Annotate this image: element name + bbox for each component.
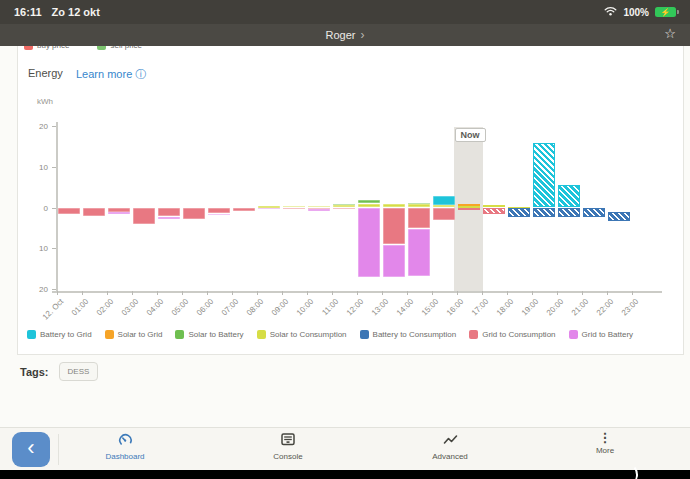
bar-segment-grid_to_consumption[interactable]: [458, 208, 480, 210]
bar-segment-solar_to_consumption[interactable]: [408, 204, 430, 206]
bar-segment-grid_to_battery[interactable]: [258, 208, 280, 210]
bar-segment-battery_to_grid[interactable]: [533, 143, 555, 207]
y-axis-tick: [52, 208, 56, 209]
x-axis-tick: [457, 291, 458, 295]
bar-segment-grid_to_consumption[interactable]: [83, 208, 105, 217]
bar-segment-grid_to_consumption[interactable]: [433, 208, 455, 221]
bar-segment-battery_to_consumption[interactable]: [583, 208, 605, 218]
app-screen: 16:11 Zo 12 okt 100% ⚡ Roger › ☆: [0, 0, 690, 479]
y-axis-tick-label: 0: [26, 204, 48, 213]
tab-more[interactable]: ⋮ More: [560, 432, 650, 455]
battery-percent: 100%: [623, 7, 649, 18]
x-axis-tick: [257, 291, 258, 295]
y-axis-tick-label: 10: [26, 244, 48, 253]
bar-segment-solar_to_battery[interactable]: [358, 200, 380, 203]
legend-item-solar_to_battery[interactable]: Solar to Battery: [175, 330, 243, 339]
tab-console[interactable]: Console: [243, 432, 333, 461]
tag-chip-dess[interactable]: DESS: [59, 362, 99, 381]
back-button[interactable]: ‹: [12, 432, 50, 467]
bar-segment-grid_to_consumption[interactable]: [158, 208, 180, 217]
bar-segment-grid_to_consumption[interactable]: [108, 208, 130, 212]
x-axis-tick: [407, 291, 408, 295]
y-axis-tick-label: 20: [26, 285, 48, 294]
status-bar: 16:11 Zo 12 okt 100% ⚡: [0, 0, 690, 24]
bar-segment-battery_to_consumption[interactable]: [533, 208, 555, 218]
bar-segment-grid_to_battery[interactable]: [383, 245, 405, 277]
x-axis-tick: [157, 291, 158, 295]
bar-segment-grid_to_consumption[interactable]: [283, 208, 305, 209]
bar-segment-grid_to_battery[interactable]: [208, 214, 230, 215]
legend-item-solar_to_grid[interactable]: Solar to Grid: [105, 330, 163, 339]
legend-item-battery_to_grid[interactable]: Battery to Grid: [27, 330, 92, 339]
favorite-star-icon[interactable]: ☆: [664, 26, 676, 41]
bar-segment-solar_to_battery[interactable]: [408, 203, 430, 204]
status-date: Zo 12 okt: [52, 6, 100, 18]
installation-name: Roger: [326, 29, 356, 41]
tab-dashboard[interactable]: Dashboard: [80, 432, 170, 461]
bar-segment-solar_to_consumption[interactable]: [383, 204, 405, 206]
battery-charging-icon: ⚡: [655, 7, 676, 17]
bar-segment-battery_to_consumption[interactable]: [558, 208, 580, 218]
legend-item-grid_to_consumption[interactable]: Grid to Consumption: [469, 330, 555, 339]
bar-segment-grid_to_consumption[interactable]: [483, 208, 505, 215]
y-axis-tick: [52, 167, 56, 168]
y-axis-tick-label: 10: [26, 163, 48, 172]
tags-row: Tags: DESS: [20, 362, 98, 381]
bar-segment-solar_to_grid[interactable]: [458, 204, 480, 206]
x-axis-tick: [557, 291, 558, 295]
legend-label: Battery to Grid: [40, 330, 92, 339]
bar-segment-grid_to_consumption[interactable]: [333, 208, 355, 209]
legend-swatch-battery_to_grid: [27, 330, 36, 339]
bar-segment-grid_to_consumption[interactable]: [208, 208, 230, 214]
bar-segment-grid_to_consumption[interactable]: [408, 208, 430, 229]
legend-label: Battery to Consumption: [373, 330, 457, 339]
bar-segment-grid_to_battery[interactable]: [308, 209, 330, 210]
bottom-black-strip: [0, 470, 690, 479]
nav-bar: Roger › ☆: [0, 24, 690, 46]
tab-bar-divider: [58, 434, 59, 465]
tab-advanced[interactable]: Advanced: [405, 432, 495, 461]
x-axis-tick: [582, 291, 583, 295]
legend-label: Solar to Battery: [188, 330, 243, 339]
x-axis-tick: [332, 291, 333, 295]
legend-label: Grid to Battery: [582, 330, 634, 339]
legend-swatch-grid_to_consumption: [469, 330, 478, 339]
bar-segment-grid_to_consumption[interactable]: [233, 208, 255, 212]
legend-swatch-battery_to_consumption: [360, 330, 369, 339]
tab-bar: ‹ Dashboard Console: [0, 427, 690, 470]
legend-swatch-grid_to_battery: [569, 330, 578, 339]
bar-segment-grid_to_battery[interactable]: [408, 229, 430, 276]
tab-console-label: Console: [273, 452, 302, 461]
energy-chart[interactable]: Now20100102012. Oct01:0002:0003:0004:000…: [0, 0, 690, 479]
x-axis-tick: [357, 291, 358, 295]
bar-segment-solar_to_battery[interactable]: [333, 204, 355, 205]
bar-segment-battery_to_consumption[interactable]: [608, 212, 630, 221]
x-axis-tick: [182, 291, 183, 295]
tags-label: Tags:: [20, 366, 49, 378]
bar-segment-battery_to_grid[interactable]: [433, 196, 455, 205]
bar-segment-battery_to_consumption[interactable]: [508, 208, 530, 218]
bar-segment-grid_to_consumption[interactable]: [58, 208, 80, 215]
x-axis-tick: [432, 291, 433, 295]
bar-segment-battery_to_grid[interactable]: [558, 185, 580, 206]
bar-segment-grid_to_battery[interactable]: [358, 208, 380, 278]
bar-segment-solar_to_consumption[interactable]: [358, 204, 380, 207]
advanced-chart-icon: [443, 432, 458, 450]
bar-segment-grid_to_consumption[interactable]: [383, 208, 405, 245]
wifi-icon: [604, 6, 617, 18]
chevron-right-icon: ›: [360, 28, 364, 42]
more-ellipsis-icon: ⋮: [599, 432, 612, 444]
x-axis-tick: [482, 291, 483, 295]
installation-selector[interactable]: Roger ›: [326, 28, 365, 42]
bar-segment-grid_to_consumption[interactable]: [133, 208, 155, 224]
x-axis-tick: [232, 291, 233, 295]
legend-item-solar_to_consumption[interactable]: Solar to Consumption: [257, 330, 347, 339]
legend-item-grid_to_battery[interactable]: Grid to Battery: [569, 330, 634, 339]
bar-segment-grid_to_consumption[interactable]: [183, 208, 205, 219]
tab-dashboard-label: Dashboard: [105, 452, 144, 461]
x-axis-tick: [382, 291, 383, 295]
x-axis-tick: [57, 291, 58, 295]
bar-segment-grid_to_battery[interactable]: [158, 217, 180, 218]
legend-item-battery_to_consumption[interactable]: Battery to Consumption: [360, 330, 457, 339]
bar-segment-grid_to_battery[interactable]: [108, 212, 130, 213]
